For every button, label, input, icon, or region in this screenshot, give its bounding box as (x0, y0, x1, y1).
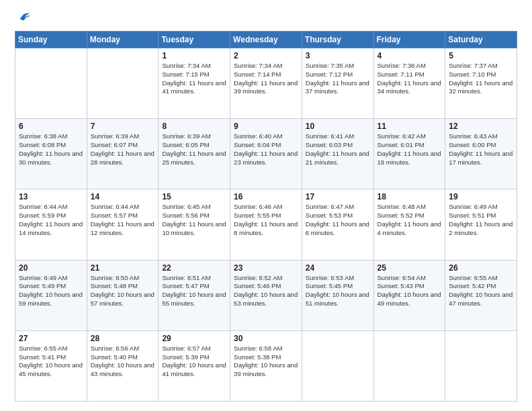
day-number: 16 (234, 192, 298, 201)
day-number: 18 (378, 192, 442, 201)
cell-content: Sunrise: 6:40 AM Sunset: 6:04 PM Dayligh… (234, 132, 298, 167)
calendar-cell: 3Sunrise: 7:35 AM Sunset: 7:12 PM Daylig… (302, 48, 373, 119)
calendar-cell: 14Sunrise: 6:44 AM Sunset: 5:57 PM Dayli… (87, 189, 159, 260)
day-number: 6 (19, 122, 83, 131)
calendar-cell (87, 48, 159, 119)
cell-content: Sunrise: 6:45 AM Sunset: 5:56 PM Dayligh… (162, 203, 226, 237)
cell-content: Sunrise: 6:46 AM Sunset: 5:55 PM Dayligh… (234, 203, 298, 237)
calendar-week-5: 27Sunrise: 6:55 AM Sunset: 5:41 PM Dayli… (15, 330, 517, 401)
weekday-header-friday: Friday (373, 32, 445, 48)
day-number: 23 (234, 263, 298, 273)
cell-content: Sunrise: 7:34 AM Sunset: 7:14 PM Dayligh… (234, 62, 298, 96)
cell-content: Sunrise: 6:39 AM Sunset: 6:07 PM Dayligh… (91, 132, 155, 167)
cell-content: Sunrise: 6:57 AM Sunset: 5:39 PM Dayligh… (162, 345, 226, 379)
day-number: 5 (449, 51, 513, 60)
cell-content: Sunrise: 7:36 AM Sunset: 7:11 PM Dayligh… (378, 62, 442, 96)
calendar-cell (15, 48, 87, 119)
cell-content: Sunrise: 7:37 AM Sunset: 7:10 PM Dayligh… (449, 62, 513, 96)
day-number: 30 (234, 334, 298, 343)
cell-content: Sunrise: 6:50 AM Sunset: 5:48 PM Dayligh… (91, 274, 155, 308)
calendar-cell: 4Sunrise: 7:36 AM Sunset: 7:11 PM Daylig… (373, 48, 445, 119)
calendar-cell: 20Sunrise: 6:49 AM Sunset: 5:49 PM Dayli… (15, 260, 87, 330)
day-number: 17 (306, 192, 370, 201)
cell-content: Sunrise: 6:41 AM Sunset: 6:03 PM Dayligh… (306, 132, 370, 167)
calendar-cell: 17Sunrise: 6:47 AM Sunset: 5:53 PM Dayli… (302, 189, 373, 260)
calendar-week-3: 13Sunrise: 6:44 AM Sunset: 5:59 PM Dayli… (15, 189, 517, 260)
day-number: 8 (162, 122, 226, 131)
day-number: 28 (91, 334, 155, 343)
cell-content: Sunrise: 6:52 AM Sunset: 5:46 PM Dayligh… (234, 274, 298, 308)
cell-content: Sunrise: 6:48 AM Sunset: 5:52 PM Dayligh… (378, 203, 442, 237)
day-number: 27 (19, 334, 83, 343)
weekday-header-sunday: Sunday (15, 32, 87, 48)
cell-content: Sunrise: 6:39 AM Sunset: 6:05 PM Dayligh… (162, 132, 226, 167)
weekday-header-monday: Monday (87, 32, 159, 48)
day-number: 2 (234, 51, 298, 60)
calendar-cell: 19Sunrise: 6:49 AM Sunset: 5:51 PM Dayli… (445, 189, 517, 260)
calendar-cell: 11Sunrise: 6:42 AM Sunset: 6:01 PM Dayli… (373, 119, 445, 189)
weekday-header-row: SundayMondayTuesdayWednesdayThursdayFrid… (15, 32, 517, 48)
day-number: 4 (378, 51, 442, 60)
day-number: 29 (162, 334, 226, 343)
day-number: 1 (162, 51, 226, 60)
weekday-header-thursday: Thursday (302, 32, 373, 48)
calendar-cell: 27Sunrise: 6:55 AM Sunset: 5:41 PM Dayli… (15, 330, 87, 401)
cell-content: Sunrise: 6:49 AM Sunset: 5:49 PM Dayligh… (19, 274, 83, 308)
calendar-cell: 18Sunrise: 6:48 AM Sunset: 5:52 PM Dayli… (373, 189, 445, 260)
calendar-week-2: 6Sunrise: 6:38 AM Sunset: 6:08 PM Daylig… (15, 119, 517, 189)
day-number: 21 (91, 263, 155, 273)
weekday-header-saturday: Saturday (445, 32, 517, 48)
calendar-cell (373, 330, 445, 401)
cell-content: Sunrise: 6:53 AM Sunset: 5:45 PM Dayligh… (306, 274, 370, 308)
day-number: 14 (91, 192, 155, 201)
calendar-cell: 7Sunrise: 6:39 AM Sunset: 6:07 PM Daylig… (87, 119, 159, 189)
cell-content: Sunrise: 6:58 AM Sunset: 5:38 PM Dayligh… (234, 345, 298, 379)
day-number: 26 (449, 263, 513, 273)
calendar-cell: 13Sunrise: 6:44 AM Sunset: 5:59 PM Dayli… (15, 189, 87, 260)
page: SundayMondayTuesdayWednesdayThursdayFrid… (0, 0, 532, 411)
calendar-cell: 5Sunrise: 7:37 AM Sunset: 7:10 PM Daylig… (445, 48, 517, 119)
cell-content: Sunrise: 7:35 AM Sunset: 7:12 PM Dayligh… (306, 62, 370, 96)
calendar-cell: 2Sunrise: 7:34 AM Sunset: 7:14 PM Daylig… (230, 48, 302, 119)
day-number: 7 (91, 122, 155, 131)
day-number: 9 (234, 122, 298, 131)
cell-content: Sunrise: 6:47 AM Sunset: 5:53 PM Dayligh… (306, 203, 370, 237)
weekday-header-wednesday: Wednesday (230, 32, 302, 48)
calendar-cell: 23Sunrise: 6:52 AM Sunset: 5:46 PM Dayli… (230, 260, 302, 330)
calendar-cell: 21Sunrise: 6:50 AM Sunset: 5:48 PM Dayli… (87, 260, 159, 330)
calendar-cell (445, 330, 517, 401)
calendar-cell: 16Sunrise: 6:46 AM Sunset: 5:55 PM Dayli… (230, 189, 302, 260)
day-number: 24 (306, 263, 370, 273)
calendar-cell: 30Sunrise: 6:58 AM Sunset: 5:38 PM Dayli… (230, 330, 302, 401)
day-number: 22 (162, 263, 226, 273)
day-number: 3 (306, 51, 370, 60)
calendar-cell: 12Sunrise: 6:43 AM Sunset: 6:00 PM Dayli… (445, 119, 517, 189)
calendar-cell: 9Sunrise: 6:40 AM Sunset: 6:04 PM Daylig… (230, 119, 302, 189)
day-number: 13 (19, 192, 83, 201)
calendar-week-1: 1Sunrise: 7:34 AM Sunset: 7:15 PM Daylig… (15, 48, 517, 119)
cell-content: Sunrise: 6:38 AM Sunset: 6:08 PM Dayligh… (19, 132, 83, 167)
logo (15, 12, 31, 24)
day-number: 20 (19, 263, 83, 273)
calendar-cell: 8Sunrise: 6:39 AM Sunset: 6:05 PM Daylig… (159, 119, 230, 189)
cell-content: Sunrise: 6:55 AM Sunset: 5:42 PM Dayligh… (449, 274, 513, 308)
calendar-cell (302, 330, 373, 401)
day-number: 12 (449, 122, 513, 131)
cell-content: Sunrise: 6:42 AM Sunset: 6:01 PM Dayligh… (378, 132, 442, 167)
day-number: 19 (449, 192, 513, 201)
calendar-cell: 22Sunrise: 6:51 AM Sunset: 5:47 PM Dayli… (159, 260, 230, 330)
day-number: 11 (378, 122, 442, 131)
cell-content: Sunrise: 6:49 AM Sunset: 5:51 PM Dayligh… (449, 203, 513, 237)
calendar-cell: 25Sunrise: 6:54 AM Sunset: 5:43 PM Dayli… (373, 260, 445, 330)
calendar-cell: 24Sunrise: 6:53 AM Sunset: 5:45 PM Dayli… (302, 260, 373, 330)
calendar-table: SundayMondayTuesdayWednesdayThursdayFrid… (15, 31, 517, 402)
cell-content: Sunrise: 6:51 AM Sunset: 5:47 PM Dayligh… (162, 274, 226, 308)
calendar-cell: 28Sunrise: 6:56 AM Sunset: 5:40 PM Dayli… (87, 330, 159, 401)
day-number: 15 (162, 192, 226, 201)
cell-content: Sunrise: 7:34 AM Sunset: 7:15 PM Dayligh… (162, 62, 226, 96)
cell-content: Sunrise: 6:55 AM Sunset: 5:41 PM Dayligh… (19, 345, 83, 379)
calendar-cell: 26Sunrise: 6:55 AM Sunset: 5:42 PM Dayli… (445, 260, 517, 330)
calendar-cell: 6Sunrise: 6:38 AM Sunset: 6:08 PM Daylig… (15, 119, 87, 189)
cell-content: Sunrise: 6:44 AM Sunset: 5:59 PM Dayligh… (19, 203, 83, 237)
header (15, 12, 517, 24)
